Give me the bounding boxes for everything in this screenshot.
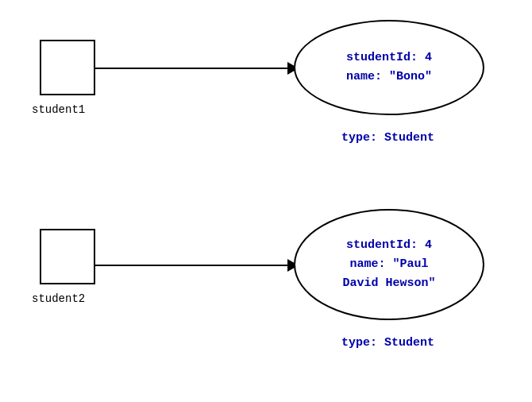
diagram-container: student1 studentId: 4 name: "Bono" type:…	[0, 0, 532, 402]
type-label-2: type: Student	[341, 336, 434, 350]
object-field-name-2b: David Hewson"	[342, 276, 435, 290]
object-ellipse-1: studentId: 4 name: "Bono"	[294, 20, 484, 115]
object-field-name-1: name: "Bono"	[346, 70, 432, 83]
variable-label-2: student2	[32, 292, 85, 305]
arrow-1	[95, 68, 298, 69]
variable-box-1	[40, 40, 95, 95]
object-field-studentid-2: studentId: 4	[346, 238, 432, 252]
variable-label-1: student1	[32, 103, 85, 116]
object-text-1: studentId: 4 name: "Bono"	[346, 48, 432, 87]
type-label-1: type: Student	[341, 131, 434, 145]
variable-box-2	[40, 229, 95, 284]
object-field-name-2a: name: "Paul	[349, 257, 428, 271]
object-ellipse-2: studentId: 4 name: "Paul David Hewson"	[294, 209, 484, 320]
object-text-2: studentId: 4 name: "Paul David Hewson"	[342, 236, 435, 293]
object-field-studentid-1: studentId: 4	[346, 51, 432, 64]
arrow-2	[95, 265, 298, 266]
